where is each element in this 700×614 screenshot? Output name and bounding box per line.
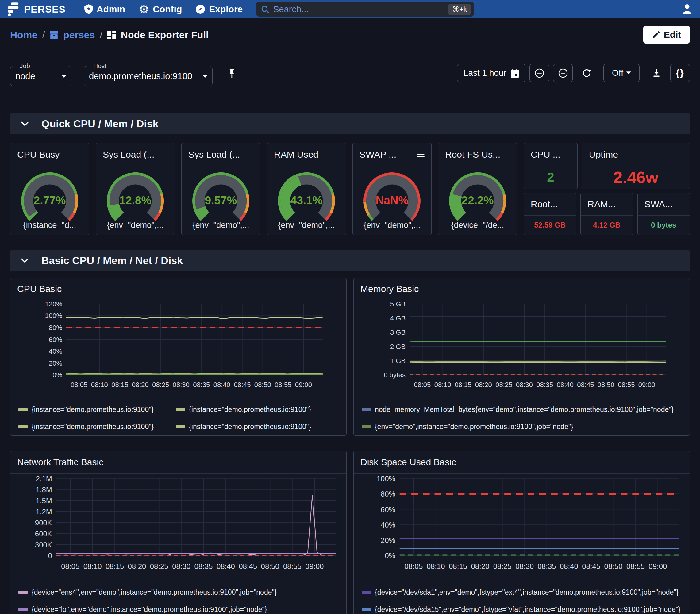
gauge-series-label: {env="demo",...	[107, 221, 163, 230]
axis-tick-label: 08:50	[604, 562, 623, 571]
axis-tick-label: 08:10	[427, 562, 445, 571]
refresh-button[interactable]	[577, 64, 596, 82]
panel-header[interactable]: RAM...	[581, 193, 633, 216]
zoom-out-button[interactable]	[529, 64, 549, 82]
section-header-basic[interactable]: Basic CPU / Mem / Net / Disk	[10, 250, 690, 271]
stat-value: 2	[547, 170, 554, 185]
breadcrumb-project-link[interactable]: perses	[63, 29, 95, 41]
axis-tick-label: 08:15	[105, 562, 124, 571]
legend-item[interactable]: {instance="demo.prometheus.io:9100"}	[176, 401, 333, 418]
edit-button[interactable]: Edit	[643, 26, 690, 43]
panel-header[interactable]: RAM Used	[267, 143, 346, 166]
panel-menu-icon[interactable]	[416, 151, 425, 157]
nav-item-label: Explore	[209, 4, 243, 14]
job-variable-select[interactable]: Job node	[10, 62, 72, 86]
panel-header[interactable]: SWAP ...	[353, 143, 431, 166]
panel-header[interactable]: CPU Busy	[10, 143, 89, 166]
brand-name: PERSES	[24, 4, 66, 15]
legend-item[interactable]: {instance="demo.prometheus.io:9100"}	[18, 401, 176, 418]
host-variable-select[interactable]: Host demo.prometheus.io:9100	[84, 62, 213, 86]
breadcrumb-home-link[interactable]: Home	[10, 29, 37, 41]
panel-header[interactable]: Sys Load (...	[182, 143, 260, 166]
circle-minus-icon	[535, 68, 544, 78]
panel-ram-total: RAM... 4.12 GB	[580, 192, 633, 235]
refresh-interval-select[interactable]: Off	[603, 64, 640, 82]
nav-item-label: Config	[153, 4, 182, 14]
panel-cpu-basic: CPU Basic 0%20%40%60%80%100%120%08:0508:…	[10, 278, 347, 436]
global-search[interactable]: ⌘+k	[256, 2, 474, 16]
axis-tick-label: 08:35	[538, 562, 556, 571]
perses-home-link[interactable]: PERSES	[8, 2, 66, 16]
legend-item[interactable]: {device="lo",env="demo",instance="demo.p…	[18, 601, 346, 614]
legend-label: {device="ens4",env="demo",instance="demo…	[32, 588, 277, 597]
legend-item[interactable]: {instance="demo.prometheus.io:9100"}	[18, 418, 176, 435]
calendar-icon	[511, 69, 519, 78]
axis-tick-label: 40%	[381, 521, 396, 529]
axis-tick-label: 08:05	[71, 381, 87, 389]
user-avatar[interactable]	[682, 4, 692, 15]
memory-basic-chart: 0 bytes1 GB2 GB3 GB4 GB5 GB08:0508:1008:…	[354, 299, 690, 398]
nav-item-admin[interactable]: Admin	[84, 4, 125, 14]
panel-header[interactable]: SWA...	[638, 193, 690, 216]
page-title: Node Exporter Full	[121, 29, 209, 41]
axis-tick-label: 08:40	[213, 381, 230, 389]
axis-tick-label: 5 GB	[390, 300, 405, 308]
panel-header[interactable]: Network Traffic Basic	[10, 451, 346, 474]
panel-swap-total: SWA... 0 bytes	[637, 192, 690, 235]
gauge-arc	[33, 213, 35, 216]
panel-header[interactable]: Root FS Us...	[438, 143, 517, 166]
panel-header[interactable]: Root...	[524, 193, 576, 216]
legend-item[interactable]: {env="demo",instance="demo.prometheus.io…	[362, 418, 690, 435]
panel-header[interactable]: CPU ...	[524, 143, 577, 166]
axis-tick-label: 08:50	[261, 562, 279, 571]
axis-tick-label: 600K	[35, 530, 52, 538]
gauge-series-label: {device="/de...	[451, 221, 504, 230]
legend-label: {device="/dev/sda15",env="demo",fstype="…	[375, 605, 681, 614]
axis-tick-label: 08:15	[454, 381, 472, 389]
axis-tick-label: 900K	[35, 518, 52, 527]
legend-item[interactable]: node_memory_MemTotal_bytes{env="demo",in…	[362, 401, 690, 418]
section-header-quick[interactable]: Quick CPU / Mem / Disk	[10, 113, 690, 134]
axis-tick-label: 08:55	[283, 562, 301, 571]
panel-header[interactable]: Sys Load (...	[96, 143, 175, 166]
axis-tick-label: 08:25	[150, 562, 168, 571]
host-variable-value: demo.prometheus.io:9100	[89, 71, 192, 81]
chevron-down-icon	[626, 72, 631, 75]
view-json-button[interactable]: {}	[670, 64, 690, 82]
zoom-in-button[interactable]	[553, 64, 573, 82]
stat-value: 0 bytes	[651, 221, 676, 229]
axis-tick-label: 300K	[35, 541, 52, 549]
axis-tick-label: 09:00	[305, 562, 324, 571]
axis-tick-label: 80%	[49, 324, 62, 331]
legend-item[interactable]: {device="/dev/sda15",env="demo",fstype="…	[362, 601, 690, 614]
axis-tick-label: 08:10	[84, 562, 102, 571]
axis-tick-label: 40%	[49, 348, 62, 355]
cpu-basic-chart: 0%20%40%60%80%100%120%08:0508:1008:1508:…	[10, 299, 346, 398]
perses-logo-icon	[8, 2, 20, 16]
axis-tick-label: 60%	[49, 336, 62, 343]
legend-item[interactable]: {device="ens4",env="demo",instance="demo…	[18, 584, 346, 601]
pin-variables-button[interactable]	[226, 67, 237, 82]
axis-tick-label: 08:55	[626, 562, 645, 571]
quick-panels-row: CPU Busy 2.77% {instance="d... Sys Load …	[10, 143, 690, 235]
panel-header[interactable]: Uptime	[582, 143, 690, 166]
edit-button-label: Edit	[664, 29, 681, 40]
axis-tick-label: 1.8M	[36, 486, 52, 494]
chart-series-cpu-idle	[66, 317, 323, 319]
nav-item-config[interactable]: ⚙ Config	[139, 4, 182, 14]
download-dashboard-button[interactable]	[647, 64, 666, 82]
time-range-button[interactable]: Last 1 hour	[457, 64, 525, 82]
panel-header[interactable]: Memory Basic	[354, 278, 690, 299]
legend-item[interactable]: {device="/dev/sda1",env="demo",fstype="e…	[362, 584, 690, 601]
panel-header[interactable]: Disk Space Used Basic	[354, 451, 690, 474]
panel-title: Uptime	[589, 149, 618, 160]
search-input[interactable]	[273, 4, 445, 14]
panel-header[interactable]: CPU Basic	[10, 278, 346, 299]
chevron-down-icon	[203, 75, 207, 78]
job-variable-label: Job	[17, 62, 33, 70]
nav-item-explore[interactable]: Explore	[196, 4, 243, 14]
person-icon	[682, 4, 692, 15]
gauge-value: 9.57%	[205, 194, 237, 207]
gauge-series-label: {env="demo",...	[192, 221, 249, 230]
legend-item[interactable]: {instance="demo.prometheus.io:9100"}	[176, 418, 333, 435]
